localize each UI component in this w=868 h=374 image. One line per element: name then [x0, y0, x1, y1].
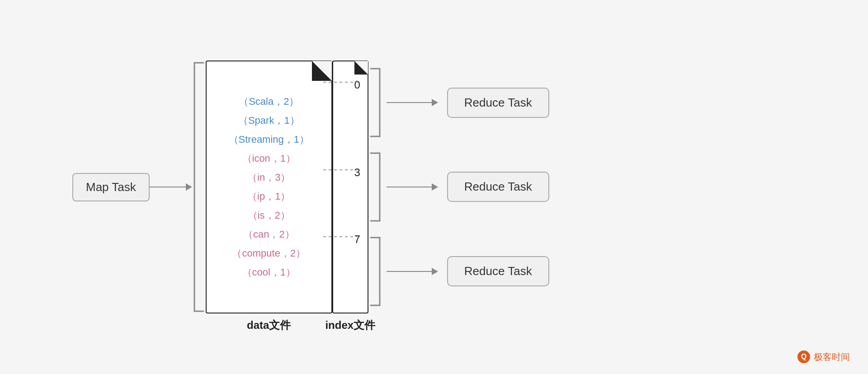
index-dogear — [354, 61, 368, 75]
arrow-head — [186, 183, 192, 191]
arrow-line — [150, 187, 186, 187]
right-bracket-2-icon — [368, 151, 382, 223]
map-task-box: Map Task — [72, 173, 150, 201]
reduce-task-label-2: Reduce Task — [464, 180, 532, 193]
reduce-group-3: Reduce Task — [387, 256, 549, 286]
data-item-scala: （Scala，2） — [239, 93, 299, 111]
diagram: Map Task （Scala，2） （Spark，1） （Streaming，… — [72, 61, 796, 313]
watermark-text: 极客时间 — [814, 351, 850, 363]
index-file: 0 3 7 index文件 — [332, 61, 368, 313]
reduce-arrow-3 — [387, 268, 438, 275]
reduce-arrow-head-3 — [432, 268, 438, 275]
reduce-arrow-line-2 — [387, 187, 432, 187]
data-items: （Scala，2） （Spark，1） （Streaming，1） （icon，… — [211, 93, 327, 281]
data-item-cool: （cool，1） — [242, 263, 296, 281]
index-marker-0: 0 — [354, 79, 360, 91]
map-task-arrow — [150, 183, 192, 191]
watermark-icon: Q — [797, 351, 810, 363]
data-item-compute: （compute，2） — [232, 244, 306, 262]
index-marker-7: 7 — [354, 233, 360, 246]
data-item-streaming: （Streaming，1） — [229, 131, 310, 149]
reduce-group-1: Reduce Task — [387, 88, 549, 118]
data-item-in: （in，3） — [247, 168, 290, 187]
data-item-spark: （Spark，1） — [238, 112, 300, 130]
reduce-arrow-head-2 — [432, 183, 438, 191]
data-item-icon: （icon，1） — [242, 150, 296, 168]
reduce-group-2: Reduce Task — [387, 172, 549, 202]
reduce-task-box-1: Reduce Task — [447, 88, 549, 118]
files-wrapper: （Scala，2） （Spark，1） （Streaming，1） （icon，… — [206, 61, 368, 313]
data-item-can: （can，2） — [243, 225, 295, 243]
data-item-is: （is，2） — [248, 206, 290, 224]
left-bracket-icon — [192, 61, 206, 313]
data-file: （Scala，2） （Spark，1） （Streaming，1） （icon，… — [206, 61, 332, 313]
reduce-task-label-3: Reduce Task — [464, 264, 532, 278]
right-brackets — [368, 61, 382, 313]
map-task-label: Map Task — [86, 180, 136, 194]
reduce-task-box-2: Reduce Task — [447, 172, 549, 202]
index-marker-3: 3 — [354, 166, 360, 179]
data-item-ip: （ip，1） — [247, 187, 290, 206]
dogear — [312, 61, 332, 81]
right-bracket-3-icon — [368, 235, 382, 308]
watermark: Q 极客时间 — [797, 351, 850, 363]
right-bracket-1-icon — [368, 66, 382, 139]
reduce-arrow-line-3 — [387, 271, 432, 272]
index-file-label: index文件 — [325, 318, 375, 332]
data-file-label: data文件 — [247, 318, 291, 332]
reduce-arrow-1 — [387, 99, 438, 106]
reduce-arrow-line-1 — [387, 102, 432, 103]
reduce-task-box-3: Reduce Task — [447, 256, 549, 286]
reduce-section: Reduce Task Reduce Task — [387, 61, 549, 313]
reduce-arrow-2 — [387, 183, 438, 191]
reduce-task-label-1: Reduce Task — [464, 96, 532, 109]
reduce-arrow-head-1 — [432, 99, 438, 106]
